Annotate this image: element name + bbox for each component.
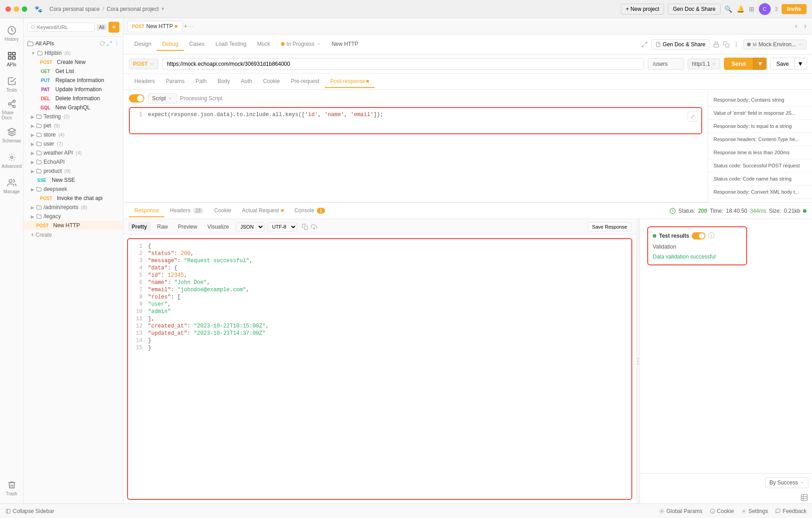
suggestion-item[interactable]: Response body: Convert XML body t... (708, 186, 812, 199)
search-input[interactable] (37, 24, 92, 30)
api-get-list[interactable]: GET Get List (27, 67, 123, 76)
sidebar-item-apis[interactable]: APIs (2, 47, 22, 71)
feedback-button[interactable]: Feedback (775, 508, 807, 514)
suggestion-item[interactable]: Status code: Code name has string (708, 172, 812, 186)
tab-cases[interactable]: Cases (184, 38, 210, 51)
sidebar-item-manage[interactable]: Manage (2, 174, 22, 198)
search-icon[interactable]: 🔍 (724, 5, 732, 13)
tree-group-admin-header[interactable]: ▶ /admin/reports (8) (27, 203, 123, 212)
global-params-button[interactable]: Global Params (659, 508, 702, 514)
download-icon[interactable] (311, 224, 317, 230)
tab-headers[interactable]: Headers (129, 75, 160, 88)
lock-icon[interactable] (713, 41, 719, 48)
tab-status[interactable]: In Progress (276, 38, 326, 51)
info-icon[interactable]: ⓘ (708, 232, 714, 240)
save-dropdown-button[interactable]: ▼ (795, 58, 807, 70)
api-new-graphql[interactable]: GQL New GraphQL (27, 103, 123, 112)
tree-all-apis[interactable]: All APIs (24, 39, 123, 49)
tab-cookie[interactable]: Cookie (257, 75, 285, 88)
request-tab-new-http[interactable]: POST New HTTP (127, 21, 182, 31)
tab-console[interactable]: Console 1 (289, 205, 330, 217)
tab-debug[interactable]: Debug (157, 38, 183, 51)
refresh-icon[interactable] (99, 41, 105, 46)
send-dropdown-button[interactable]: ▼ (753, 58, 767, 70)
maximize-button[interactable] (22, 6, 27, 12)
expand-icon[interactable] (107, 41, 112, 46)
format-raw[interactable]: Raw (153, 222, 172, 231)
suggestion-item[interactable]: Response time is less than 200ms (708, 146, 812, 159)
create-api-button[interactable]: + Create (24, 230, 123, 240)
expand-icon[interactable] (641, 41, 648, 48)
test-toggle[interactable] (692, 232, 705, 239)
tab-headers-response[interactable]: Headers 23 (164, 205, 209, 217)
script-toggle[interactable] (129, 94, 144, 103)
sidebar-item-schemas[interactable]: Schemas (2, 123, 22, 147)
avatar[interactable]: C (759, 3, 771, 15)
suggestion-item[interactable]: Response body: Contains string (708, 93, 812, 107)
collapse-sidebar-button[interactable]: Collapse Sidebar (5, 508, 54, 514)
tab-params[interactable]: Params (160, 75, 190, 88)
tab-pre-request[interactable]: Pre-request (285, 75, 325, 88)
tree-group-deepseek-header[interactable]: ▶ deepseek (27, 185, 123, 194)
suggestion-item[interactable]: Response body: Is equal to a string (708, 120, 812, 133)
tab-cookie-response[interactable]: Cookie (209, 205, 236, 217)
search-box[interactable] (27, 23, 95, 32)
api-create-new[interactable]: POST Create New (27, 58, 123, 67)
add-api-button[interactable]: + (108, 22, 119, 33)
tree-group-httpbin-header[interactable]: ▼ Httpbin (6) (27, 49, 123, 58)
filter-badge[interactable]: All (97, 24, 107, 30)
encoding-select[interactable]: UTF-8 (267, 222, 297, 231)
tab-load-testing[interactable]: Load Testing (210, 38, 252, 51)
tree-group-store-header[interactable]: ▶ store (4) (27, 130, 123, 139)
url-input[interactable] (162, 58, 645, 70)
format-visualize[interactable]: Visualize (204, 222, 233, 231)
tab-actual-request[interactable]: Actual Request (236, 205, 289, 217)
tab-response[interactable]: Response (129, 205, 164, 217)
gen-doc-toolbar-button[interactable]: Gen Doc & Share (651, 39, 709, 49)
new-project-button[interactable]: + New project (621, 4, 664, 15)
suggestion-item[interactable]: Response headers: Content-Type he... (708, 133, 812, 146)
tree-group-legacy-header[interactable]: ▶ /legacy (27, 212, 123, 221)
minimize-button[interactable] (14, 6, 19, 12)
env-selector[interactable]: M Mock Environ... (743, 39, 807, 49)
table-icon[interactable] (800, 494, 808, 502)
api-invoke-chat[interactable]: POST Invoke the chat api (27, 194, 123, 203)
tree-group-testing-header[interactable]: ▶ Testing (2) (27, 112, 123, 121)
copy-icon[interactable] (723, 41, 729, 48)
suggestion-item[interactable]: Status code: Successful POST request (708, 159, 812, 172)
tab-body[interactable]: Body (212, 75, 235, 88)
tree-group-weather-header[interactable]: ▶ weather API (4) (27, 148, 123, 157)
by-success-select[interactable]: By Success (765, 477, 808, 488)
expand-code-button[interactable]: ⤢ (688, 112, 698, 122)
save-response-button[interactable]: Save Response (588, 222, 631, 231)
gen-doc-button[interactable]: Gen Doc & Share (668, 4, 720, 15)
tree-group-echoapi-header[interactable]: ▶ EchoAPI (27, 157, 123, 166)
project-label[interactable]: Cora personal project ▼ (107, 6, 165, 12)
tree-group-user-header[interactable]: ▶ user (7) (27, 139, 123, 148)
tab-design[interactable]: Design (129, 38, 157, 51)
api-replace-info[interactable]: PUT Replace Information (27, 76, 123, 85)
cookie-button[interactable]: Cookie (710, 508, 734, 514)
chevron-left-icon[interactable] (793, 23, 799, 29)
tab-mock[interactable]: Mock (252, 38, 276, 51)
format-pretty[interactable]: Pretty (128, 222, 151, 231)
tree-group-pet-header[interactable]: ▶ pet (9) (27, 121, 123, 130)
more-icon[interactable] (114, 41, 119, 46)
json-format-select[interactable]: JSON (236, 222, 265, 231)
suggestion-item[interactable]: Value of 'errstr' field in response JS..… (708, 107, 812, 120)
sidebar-item-tests[interactable]: Tests (2, 73, 22, 96)
sidebar-item-share-docs[interactable]: Share Docs (2, 98, 22, 122)
workspace-label[interactable]: Cora personal space (49, 6, 100, 12)
script-type-selector[interactable]: Script (148, 93, 177, 103)
sidebar-item-advanced[interactable]: Advanced (2, 149, 22, 172)
api-new-sse[interactable]: SSE New SSE (24, 176, 123, 185)
format-preview[interactable]: Preview (174, 222, 201, 231)
layout-icon[interactable]: ⊞ (749, 5, 754, 13)
settings-button[interactable]: Settings (741, 508, 768, 514)
http-version-selector[interactable]: http/1.1 (688, 59, 720, 69)
sidebar-item-trash[interactable]: Trash (2, 476, 22, 500)
invite-button[interactable]: Invite (782, 4, 807, 14)
test-success-label[interactable]: Data validation successful (653, 254, 742, 260)
tab-auth[interactable]: Auth (236, 75, 258, 88)
resize-handle[interactable] (636, 219, 640, 503)
